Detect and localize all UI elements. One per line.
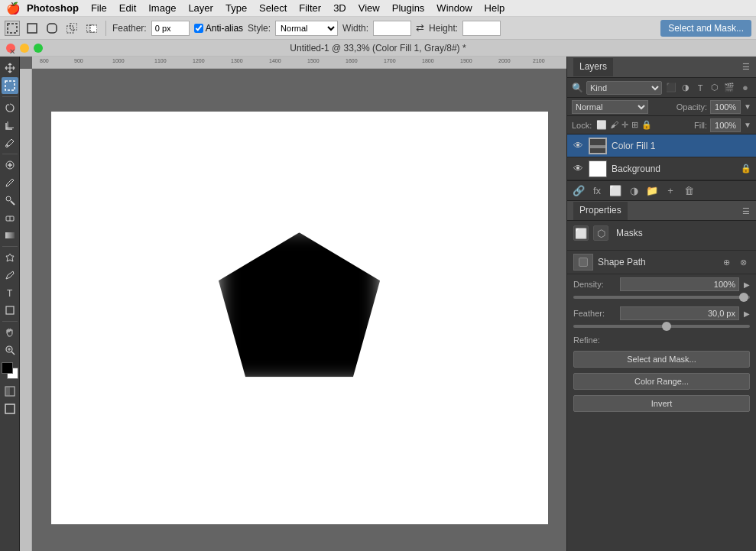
lock-pixels-icon[interactable]: ⬜ <box>596 120 607 130</box>
apple-menu[interactable]: 🍎 <box>6 2 21 15</box>
fill-input[interactable] <box>710 118 741 132</box>
create-group-icon[interactable]: 📁 <box>645 184 659 198</box>
menu-plugins[interactable]: Plugins <box>386 2 431 14</box>
density-slider-thumb[interactable] <box>739 293 748 302</box>
window-minimize-btn[interactable] <box>20 44 29 53</box>
marquee-sub-icon[interactable] <box>84 21 99 36</box>
pixel-mask-icon-btn[interactable]: ⬜ <box>573 225 589 241</box>
create-layer-icon[interactable]: + <box>664 184 677 198</box>
filter-pixel-icon[interactable]: ⬛ <box>665 82 677 94</box>
lasso-tool[interactable] <box>2 99 18 116</box>
filter-smart-icon[interactable]: 🎬 <box>723 82 735 94</box>
eyedropper-tool[interactable] <box>2 135 18 151</box>
fill-label: Fill: <box>694 121 707 130</box>
feather-input[interactable] <box>151 21 190 36</box>
lock-image-icon[interactable]: 🖌 <box>610 120 618 130</box>
filter-type-icon[interactable]: T <box>694 82 706 94</box>
marquee-rect-icon[interactable] <box>24 21 40 36</box>
marquee-tool[interactable] <box>2 77 18 94</box>
blur-tool[interactable] <box>2 249 18 266</box>
clone-tool[interactable] <box>2 192 18 209</box>
color-range-btn[interactable]: Color Range... <box>573 373 750 390</box>
heal-tool[interactable] <box>2 157 18 173</box>
layers-tab[interactable]: Layers <box>573 58 613 76</box>
density-slider[interactable] <box>573 296 750 299</box>
masks-section: ⬜ ⬡ Masks <box>567 221 756 251</box>
style-select[interactable]: NormalFixed RatioFixed Size <box>275 21 338 36</box>
feather-slider[interactable] <box>573 325 750 328</box>
menu-view[interactable]: View <box>352 2 386 14</box>
create-fill-icon[interactable]: ◑ <box>627 184 641 198</box>
menu-layer[interactable]: Layer <box>182 2 219 14</box>
density-arrow[interactable]: ▶ <box>744 280 750 289</box>
properties-menu-icon[interactable]: ☰ <box>742 206 750 216</box>
marquee-add-icon[interactable] <box>64 21 79 36</box>
text-tool[interactable]: T <box>2 284 18 301</box>
menu-type[interactable]: Type <box>219 2 253 14</box>
antialias-label[interactable]: Anti-alias <box>194 23 243 34</box>
feather-arrow[interactable]: ▶ <box>744 310 750 318</box>
filter-adj-icon[interactable]: ◑ <box>680 82 692 94</box>
add-style-icon[interactable]: fx <box>590 184 604 198</box>
vector-mask-icon-btn[interactable]: ⬡ <box>593 225 608 241</box>
marquee-tool-icon[interactable] <box>5 21 20 36</box>
fill-arrow[interactable]: ▼ <box>744 121 751 129</box>
marquee-round-icon[interactable] <box>44 21 60 36</box>
opacity-arrow[interactable]: ▼ <box>744 102 751 111</box>
layers-panel-header: Layers ☰ <box>567 57 756 78</box>
menu-3d[interactable]: 3D <box>327 2 352 14</box>
pen-tool[interactable] <box>2 267 18 284</box>
menu-edit[interactable]: Edit <box>113 2 142 14</box>
add-mask-icon[interactable]: ⬜ <box>608 184 622 198</box>
lock-artboard-icon[interactable]: ⊞ <box>631 120 638 130</box>
feather-prop-input[interactable] <box>620 306 739 320</box>
filter-toggle[interactable]: ● <box>739 82 751 94</box>
link-layers-icon[interactable]: 🔗 <box>572 184 586 198</box>
menu-file[interactable]: File <box>85 2 113 14</box>
shape-add-icon[interactable]: ⊕ <box>719 255 733 269</box>
layer-eye-2[interactable]: 👁 <box>572 163 584 175</box>
height-input[interactable] <box>462 21 501 36</box>
move-tool[interactable] <box>2 60 18 76</box>
lock-all-icon[interactable]: 🔒 <box>641 120 652 130</box>
crop-tool[interactable] <box>2 117 18 134</box>
gradient-tool[interactable] <box>2 227 18 244</box>
feather-slider-thumb[interactable] <box>662 322 671 331</box>
properties-tab[interactable]: Properties <box>573 202 628 220</box>
shape-element <box>216 225 384 385</box>
lock-position-icon[interactable]: ✛ <box>621 120 628 130</box>
filter-kind-select[interactable]: Kind <box>586 81 662 95</box>
width-input[interactable] <box>373 21 411 36</box>
density-input[interactable] <box>620 277 739 291</box>
zoom-tool[interactable] <box>2 342 18 358</box>
delete-layer-icon[interactable]: 🗑 <box>682 184 696 198</box>
filter-shape-icon[interactable]: ⬡ <box>709 82 721 94</box>
swap-icon[interactable]: ⇄ <box>416 22 424 34</box>
color-picker[interactable] <box>2 362 18 379</box>
layer-eye-1[interactable]: 👁 <box>572 140 584 152</box>
canvas-wrapper[interactable] <box>32 69 566 551</box>
menu-window[interactable]: Window <box>430 2 478 14</box>
menu-image[interactable]: Image <box>142 2 182 14</box>
select-and-mask-button[interactable]: Select and Mask... <box>660 20 751 37</box>
layer-item-color-fill[interactable]: 👁 Color Fill 1 <box>567 135 756 157</box>
invert-btn[interactable]: Invert <box>573 395 750 412</box>
menu-help[interactable]: Help <box>479 2 511 14</box>
blend-mode-select[interactable]: NormalMultiplyScreenOverlay <box>572 100 648 114</box>
screen-mode-btn[interactable] <box>2 400 18 417</box>
layer-item-background[interactable]: 👁 Background 🔒 <box>567 157 756 180</box>
shape-tool[interactable] <box>2 302 18 319</box>
select-mask-prop-btn[interactable]: Select and Mask... <box>573 351 750 368</box>
menu-select[interactable]: Select <box>253 2 293 14</box>
window-maximize-btn[interactable] <box>34 44 43 53</box>
shape-options-icon[interactable]: ⊗ <box>736 255 750 269</box>
opacity-input[interactable] <box>710 100 741 114</box>
quick-mask-btn[interactable] <box>2 383 18 400</box>
panel-menu-icon[interactable]: ☰ <box>742 62 750 72</box>
brush-tool[interactable] <box>2 174 18 191</box>
hand-tool[interactable] <box>2 324 18 341</box>
menu-filter[interactable]: Filter <box>293 2 327 14</box>
svg-rect-1 <box>28 24 37 33</box>
eraser-tool[interactable] <box>2 209 18 226</box>
foreground-color-swatch[interactable] <box>2 362 13 374</box>
